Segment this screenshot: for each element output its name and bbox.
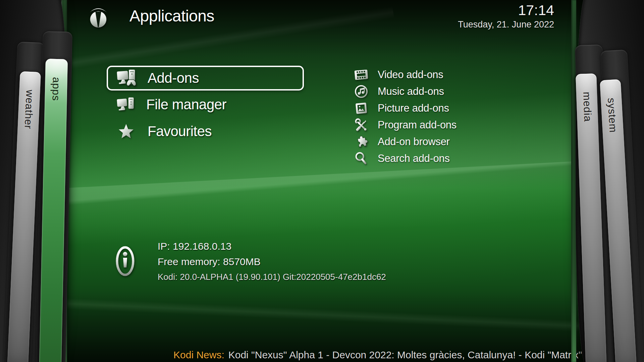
submenu-item-label: Video add-ons bbox=[378, 69, 443, 81]
news-ticker: Kodi News:Kodi "Nexus" Alpha 1 - Devcon … bbox=[173, 349, 585, 362]
addons-icon bbox=[117, 68, 136, 88]
clock-time: 17:14 bbox=[518, 2, 554, 18]
menu-item-file-manager[interactable]: File manager bbox=[117, 93, 226, 116]
side-tab-label: media bbox=[581, 92, 594, 122]
submenu-item-addon-browser[interactable]: Add-on browser bbox=[354, 134, 450, 149]
side-tab-label: apps bbox=[50, 77, 62, 101]
submenu-item-label: Music add-ons bbox=[378, 85, 444, 98]
skin-logo-icon bbox=[87, 6, 109, 28]
info-ip: IP: 192.168.0.13 bbox=[158, 241, 231, 252]
menu-item-addons[interactable]: Add-ons bbox=[107, 66, 304, 90]
menu-item-label: Add-ons bbox=[148, 70, 199, 86]
side-tab-label: system bbox=[605, 98, 619, 133]
news-ticker-text: Kodi "Nexus" Alpha 1 - Devcon 2022: Molt… bbox=[228, 349, 585, 360]
music-note-icon bbox=[354, 84, 368, 99]
submenu-item-program-addons[interactable]: Program add-ons bbox=[354, 117, 457, 133]
kodi-home-screen: Applications 17:14 Tuesday, 21. June 202… bbox=[0, 0, 644, 362]
background-swoosh bbox=[0, 79, 644, 229]
info-free-memory: Free memory: 8570MB bbox=[158, 256, 261, 267]
clock-date: Tuesday, 21. June 2022 bbox=[458, 19, 554, 30]
submenu-item-label: Search add-ons bbox=[378, 153, 450, 165]
picture-icon bbox=[354, 101, 368, 115]
submenu-item-label: Program add-ons bbox=[378, 119, 457, 131]
info-icon bbox=[115, 245, 136, 277]
tools-icon bbox=[354, 118, 368, 132]
film-strip-icon bbox=[354, 68, 368, 82]
menu-item-label: Favourites bbox=[148, 123, 212, 139]
side-tab-label: weather bbox=[22, 89, 36, 129]
page-title: Applications bbox=[129, 7, 214, 25]
submenu-item-label: Picture add-ons bbox=[378, 102, 449, 114]
submenu-item-music-addons[interactable]: Music add-ons bbox=[354, 84, 444, 99]
magnifier-icon bbox=[354, 152, 368, 166]
file-manager-icon bbox=[117, 96, 135, 114]
puzzle-piece-icon bbox=[354, 135, 368, 149]
submenu-item-video-addons[interactable]: Video add-ons bbox=[354, 67, 443, 82]
background-swoosh bbox=[0, 153, 644, 272]
info-kodi-version: Kodi: 20.0-ALPHA1 (19.90.101) Git:202205… bbox=[158, 272, 386, 282]
submenu-item-search-addons[interactable]: Search add-ons bbox=[354, 151, 450, 166]
submenu-item-picture-addons[interactable]: Picture add-ons bbox=[354, 101, 449, 116]
favourites-star-icon bbox=[118, 123, 134, 139]
news-ticker-label: Kodi News: bbox=[173, 349, 224, 360]
home-background bbox=[0, 0, 644, 362]
menu-item-favourites[interactable]: Favourites bbox=[118, 120, 212, 143]
submenu-item-label: Add-on browser bbox=[378, 136, 450, 148]
menu-item-label: File manager bbox=[146, 97, 226, 113]
